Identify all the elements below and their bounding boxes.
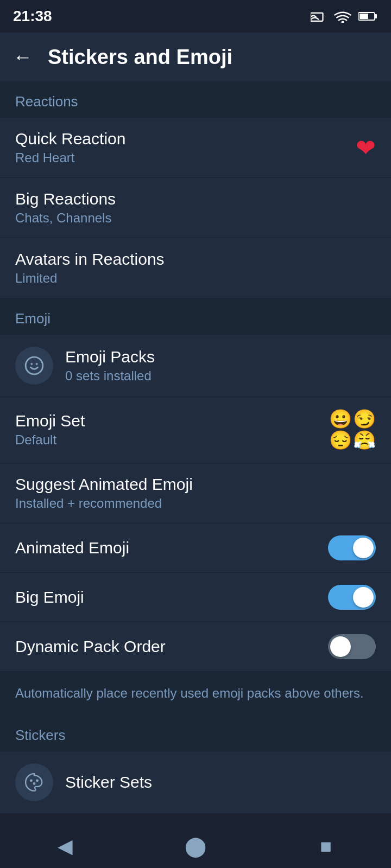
big-reactions-title: Big Reactions	[15, 190, 116, 208]
big-emoji-title: Big Emoji	[15, 588, 84, 607]
avatars-reactions-text: Avatars in Reactions Limited	[15, 250, 165, 286]
emoji-set-item[interactable]: Emoji Set Default 😀😏 😔😤	[0, 397, 391, 463]
emoji-pack-icon	[15, 347, 53, 385]
nav-recent-button[interactable]: ■	[304, 830, 348, 863]
suggest-animated-text: Suggest Animated Emoji Installed + recom…	[15, 475, 193, 511]
avatars-reactions-title: Avatars in Reactions	[15, 250, 165, 269]
svg-rect-5	[360, 14, 368, 19]
animated-emoji-text: Animated Emoji	[15, 539, 129, 557]
sticker-sets-icon	[15, 763, 53, 801]
emoji-packs-subtitle: 0 sets installed	[65, 368, 155, 384]
stickers-section-label: Stickers	[15, 727, 65, 743]
suggest-animated-subtitle: Installed + recommended	[15, 496, 193, 511]
quick-reaction-subtitle: Red Heart	[15, 150, 125, 165]
big-emoji-toggle-container	[328, 585, 376, 610]
header: ← Stickers and Emoji	[0, 33, 391, 81]
big-reactions-item[interactable]: Big Reactions Chats, Channels	[0, 178, 391, 238]
big-emoji-left: Big Emoji	[15, 588, 328, 607]
animated-emoji-left: Animated Emoji	[15, 539, 328, 557]
quick-reaction-right: ❤	[356, 134, 376, 162]
emoji-section-label: Emoji	[15, 310, 51, 327]
big-reactions-left: Big Reactions Chats, Channels	[15, 190, 376, 226]
big-emoji-toggle-knob	[353, 587, 374, 608]
svg-point-1	[311, 20, 312, 22]
svg-point-10	[36, 779, 39, 782]
heart-icon: ❤	[356, 134, 376, 162]
sticker-sets-title: Sticker Sets	[65, 773, 152, 792]
svg-rect-4	[375, 14, 377, 18]
quick-reaction-item[interactable]: Quick Reaction Red Heart ❤	[0, 118, 391, 178]
svg-point-8	[36, 363, 38, 365]
cast-icon	[311, 10, 327, 23]
nav-back-button[interactable]: ◀	[43, 830, 87, 863]
emoji-set-right: 😀😏 😔😤	[329, 409, 376, 451]
emoji-packs-left: Emoji Packs 0 sets installed	[15, 347, 376, 385]
back-button[interactable]: ←	[13, 46, 33, 68]
dynamic-pack-title: Dynamic Pack Order	[15, 637, 166, 656]
animated-emoji-toggle-container	[328, 535, 376, 560]
svg-rect-0	[311, 13, 323, 21]
nav-home-button[interactable]: ⬤	[174, 830, 217, 863]
big-emoji-item[interactable]: Big Emoji	[0, 573, 391, 622]
svg-point-9	[30, 779, 33, 782]
big-reactions-text: Big Reactions Chats, Channels	[15, 190, 116, 226]
emoji-set-title: Emoji Set	[15, 412, 85, 430]
animated-emoji-toggle[interactable]	[328, 535, 376, 560]
animated-emoji-item[interactable]: Animated Emoji	[0, 524, 391, 573]
avatars-reactions-left: Avatars in Reactions Limited	[15, 250, 376, 286]
sticker-sets-item[interactable]: Sticker Sets	[0, 751, 391, 814]
svg-point-2	[342, 21, 344, 23]
big-emoji-toggle[interactable]	[328, 585, 376, 610]
animated-emoji-title: Animated Emoji	[15, 539, 129, 557]
reactions-section-header: Reactions	[0, 81, 391, 118]
suggest-animated-title: Suggest Animated Emoji	[15, 475, 193, 494]
svg-point-6	[26, 357, 43, 374]
suggest-animated-left: Suggest Animated Emoji Installed + recom…	[15, 475, 376, 511]
nav-bar: ◀ ⬤ ■	[0, 825, 391, 868]
dynamic-pack-order-item[interactable]: Dynamic Pack Order	[0, 622, 391, 672]
emoji-section-header: Emoji	[0, 298, 391, 335]
page-title: Stickers and Emoji	[48, 46, 232, 69]
wifi-icon	[333, 10, 352, 23]
emoji-packs-item[interactable]: Emoji Packs 0 sets installed	[0, 335, 391, 397]
sticker-sets-left: Sticker Sets	[15, 763, 376, 801]
emoji-packs-title: Emoji Packs	[65, 348, 155, 366]
avatars-reactions-subtitle: Limited	[15, 271, 165, 286]
quick-reaction-text: Quick Reaction Red Heart	[15, 130, 125, 165]
big-emoji-text: Big Emoji	[15, 588, 84, 607]
quick-reaction-title: Quick Reaction	[15, 130, 125, 148]
quick-reaction-left: Quick Reaction Red Heart	[15, 130, 356, 165]
emoji-packs-text: Emoji Packs 0 sets installed	[65, 348, 155, 384]
emoji-set-subtitle: Default	[15, 432, 85, 448]
emoji-grid-icon: 😀😏 😔😤	[329, 409, 376, 451]
status-icons	[311, 10, 378, 23]
svg-point-7	[30, 363, 33, 365]
status-time: 21:38	[13, 8, 52, 25]
big-reactions-subtitle: Chats, Channels	[15, 210, 116, 226]
battery-icon	[358, 10, 378, 22]
dynamic-pack-toggle[interactable]	[328, 634, 376, 659]
reactions-section-label: Reactions	[15, 93, 78, 110]
dynamic-pack-toggle-knob	[330, 636, 351, 657]
avatars-in-reactions-item[interactable]: Avatars in Reactions Limited	[0, 238, 391, 298]
emoji-set-left: Emoji Set Default	[15, 412, 329, 448]
dynamic-pack-info: Automatically place recently used emoji …	[0, 672, 391, 715]
emoji-set-text: Emoji Set Default	[15, 412, 85, 448]
animated-emoji-toggle-knob	[353, 538, 374, 558]
dynamic-pack-left: Dynamic Pack Order	[15, 637, 328, 656]
suggest-animated-emoji-item[interactable]: Suggest Animated Emoji Installed + recom…	[0, 463, 391, 524]
dynamic-pack-text: Dynamic Pack Order	[15, 637, 166, 656]
dynamic-pack-toggle-container	[328, 634, 376, 659]
status-bar: 21:38	[0, 0, 391, 33]
sticker-sets-text: Sticker Sets	[65, 773, 152, 792]
stickers-section-header: Stickers	[0, 715, 391, 751]
svg-point-11	[33, 782, 36, 785]
